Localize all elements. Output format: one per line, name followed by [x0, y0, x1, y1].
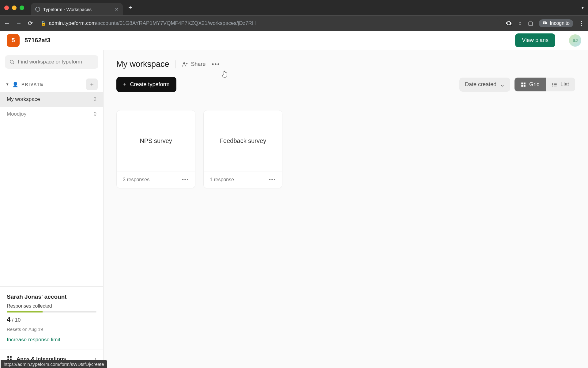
create-label: Create typeform	[130, 81, 170, 88]
share-label: Share	[191, 61, 206, 67]
card-body: NPS survey	[117, 110, 195, 171]
actions-row: + Create typeform Date created ⌄ Grid Li…	[116, 77, 575, 92]
incognito-icon: 🕶	[542, 21, 547, 26]
org-name: 57162af3	[24, 37, 51, 44]
add-workspace-button[interactable]: +	[86, 79, 98, 90]
search-box	[5, 55, 98, 69]
svg-line-1	[13, 63, 14, 64]
account-name: Sarah Jonas' account	[7, 293, 96, 300]
caret-down-icon: ▼	[6, 82, 9, 86]
forward-button[interactable]: →	[15, 20, 22, 27]
app-body: ▼ 👤 PRIVATE + My workspace 2 Moodjoy 0 S…	[0, 50, 588, 368]
window-close-button[interactable]	[4, 6, 9, 10]
divider	[562, 35, 562, 46]
eye-off-icon[interactable]: 👁‍🗨	[505, 20, 512, 27]
responses-used: 4	[7, 316, 10, 323]
person-icon: 👤	[12, 82, 18, 87]
incognito-label: Incognito	[550, 21, 570, 26]
workspace-name: My workspace	[7, 96, 40, 102]
responses-meter-fill	[7, 311, 43, 312]
view-plans-button[interactable]: View plans	[515, 33, 555, 47]
workspace-name: Moodjoy	[7, 111, 26, 117]
grid-view-button[interactable]: Grid	[514, 78, 546, 91]
increase-limit-link[interactable]: Increase response limit	[7, 337, 96, 343]
search-icon	[9, 59, 15, 65]
grid-icon	[521, 82, 526, 87]
card-body: Feedback survey	[204, 110, 282, 171]
app-header: 5 57162af3 View plans SJ	[0, 31, 588, 50]
url-host: admin.typeform.com	[49, 20, 96, 26]
kebab-menu-icon[interactable]: ⋮	[579, 20, 584, 27]
sort-button[interactable]: Date created ⌄	[459, 78, 510, 92]
workspace-header: My workspace Share •••	[116, 59, 575, 69]
view-toggle: Grid List	[514, 78, 575, 91]
bookmark-star-icon[interactable]: ☆	[518, 20, 522, 27]
person-add-icon	[182, 61, 188, 67]
back-button[interactable]: ←	[4, 20, 10, 27]
svg-rect-5	[10, 359, 12, 360]
panel-icon[interactable]: ▢	[528, 20, 533, 27]
svg-point-18	[552, 86, 553, 86]
plus-icon: +	[123, 81, 126, 88]
list-label: List	[560, 81, 569, 88]
tab-overflow-icon[interactable]: ▾	[582, 5, 584, 10]
window-maximize-button[interactable]	[20, 6, 24, 10]
workspace-count: 2	[94, 97, 96, 102]
svg-point-16	[552, 83, 553, 83]
create-typeform-button[interactable]: + Create typeform	[116, 77, 176, 92]
window-minimize-button[interactable]	[12, 6, 17, 10]
search-input-wrapper[interactable]	[5, 55, 98, 69]
divider	[175, 60, 176, 68]
typeform-card[interactable]: NPS survey 3 responses •••	[116, 110, 195, 188]
lock-icon: 🔒	[40, 21, 46, 26]
divider	[116, 100, 575, 100]
svg-rect-9	[521, 82, 523, 84]
chevron-down-icon: ⌄	[500, 81, 505, 88]
typeform-card[interactable]: Feedback survey 1 response •••	[203, 110, 282, 188]
reload-button[interactable]: ⟳	[27, 20, 34, 27]
card-responses: 1 response	[210, 177, 234, 182]
list-view-button[interactable]: List	[546, 78, 575, 91]
card-responses: 3 responses	[123, 177, 149, 182]
responses-resets: Resets on Aug 19	[7, 327, 96, 332]
section-label: PRIVATE	[21, 82, 44, 87]
sort-label: Date created	[465, 81, 496, 88]
new-tab-button[interactable]: +	[126, 4, 134, 12]
search-input[interactable]	[18, 59, 94, 65]
responses-total: 10	[15, 317, 21, 323]
app-root: 5 57162af3 View plans SJ ▼ 👤 PRIVATE +	[0, 31, 588, 368]
link-status-bar: https://admin.typeform.com/form/sWDtsfDj…	[1, 360, 107, 368]
card-more-button[interactable]: •••	[182, 177, 189, 182]
svg-rect-3	[10, 356, 12, 358]
sidebar-spacer	[0, 121, 103, 286]
svg-rect-12	[524, 85, 526, 86]
responses-meter	[7, 311, 96, 312]
org-badge[interactable]: 5	[7, 34, 20, 47]
tab-title: Typeform - Workspaces	[43, 7, 111, 12]
avatar[interactable]: SJ	[569, 34, 581, 47]
sidebar-section-private[interactable]: ▼ 👤 PRIVATE +	[0, 74, 103, 92]
sidebar-item-my-workspace[interactable]: My workspace 2	[0, 92, 103, 107]
workspace-count: 0	[94, 111, 96, 117]
workspace-more-button[interactable]: •••	[212, 61, 220, 68]
typeform-grid: NPS survey 3 responses ••• Feedback surv…	[116, 110, 575, 188]
incognito-badge[interactable]: 🕶 Incognito	[539, 19, 573, 27]
card-footer: 3 responses •••	[117, 171, 195, 188]
sidebar-item-moodjoy[interactable]: Moodjoy 0	[0, 107, 103, 121]
svg-point-0	[10, 60, 13, 63]
svg-point-6	[183, 62, 185, 64]
sidebar: ▼ 👤 PRIVATE + My workspace 2 Moodjoy 0 S…	[0, 50, 104, 368]
close-tab-icon[interactable]: ✕	[115, 6, 119, 12]
svg-rect-4	[7, 359, 9, 360]
url-bar[interactable]: 🔒 admin.typeform.com/accounts/01G8AYRAP1…	[39, 18, 500, 29]
tab-strip: Typeform - Workspaces ✕ + ▾	[0, 0, 588, 15]
main: My workspace Share ••• + Create typeform…	[104, 50, 588, 368]
browser-tab[interactable]: Typeform - Workspaces ✕	[31, 3, 123, 15]
card-footer: 1 response •••	[204, 171, 282, 188]
grid-label: Grid	[529, 81, 540, 88]
workspace-title: My workspace	[116, 59, 169, 69]
share-button[interactable]: Share	[182, 61, 206, 67]
card-more-button[interactable]: •••	[269, 177, 276, 182]
card-title: NPS survey	[140, 137, 172, 144]
header-right: View plans SJ	[515, 33, 581, 47]
